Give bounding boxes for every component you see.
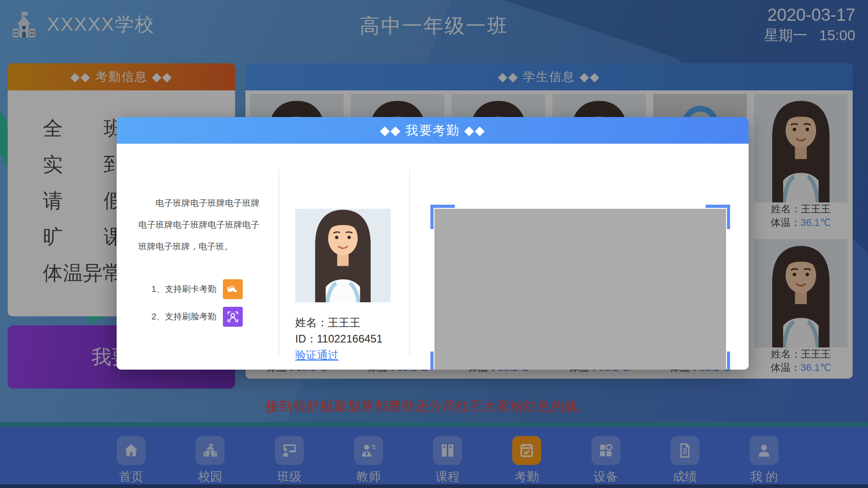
- course-icon: [433, 436, 462, 465]
- class-title: 高中一年级一班: [0, 13, 868, 39]
- teacher-icon: [354, 436, 383, 465]
- nav-bottom-strip: [0, 484, 868, 488]
- nav-label: 考勤: [514, 469, 539, 485]
- option-card-checkin: 1、支持刷卡考勤: [151, 279, 243, 299]
- time: 15:00: [819, 27, 855, 43]
- school-icon: [196, 436, 225, 465]
- camera-corner-bracket: [430, 205, 455, 229]
- bottom-nav: 首页 校园 班级: [0, 427, 868, 488]
- checkin-modal: ◆◆ 我要考勤 ◆◆ 电子班牌电子班牌电子班牌电子班牌电子班牌电子班牌电子班牌电…: [117, 117, 749, 370]
- checkin-button-label: 我要: [8, 344, 131, 371]
- student-temp-line: 体温：36.1℃: [754, 361, 848, 375]
- device-icon: [591, 436, 620, 465]
- nav-label: 教师: [356, 469, 381, 485]
- attendance-row-label: 体温异常: [43, 260, 123, 286]
- attendance-panel-title: ◆◆ 考勤信息 ◆◆: [8, 63, 235, 90]
- students-panel-title: ◆◆ 学生信息 ◆◆: [245, 63, 853, 90]
- nav-item-grades[interactable]: 成绩: [660, 436, 710, 485]
- nav-label: 我 的: [750, 469, 778, 485]
- nav-item-campus[interactable]: 校园: [185, 436, 235, 485]
- top-header: XXXXX学校 高中一年级一班 2020-03-17 星期一15:00: [0, 0, 868, 51]
- nav-item-courses[interactable]: 课程: [423, 436, 472, 485]
- camera-corner-bracket: [706, 205, 730, 229]
- weekday-time: 星期一15:00: [764, 26, 855, 44]
- screen: XXXXX学校 高中一年级一班 2020-03-17 星期一15:00 ◆◆ 考…: [0, 0, 868, 488]
- nav-label: 成绩: [673, 469, 697, 485]
- weekday: 星期一: [764, 27, 807, 43]
- modal-description: 电子班牌电子班牌电子班牌电子班牌电子班牌电子班牌电子班牌电子班牌，电子班。: [138, 192, 259, 258]
- nav-item-attendance[interactable]: 考勤: [502, 436, 552, 485]
- student-temp-line: 体温：36.1℃: [754, 216, 848, 230]
- modal-student-photo: [295, 209, 391, 302]
- student-card[interactable]: 姓名：王王王 体温：36.1℃: [754, 94, 848, 230]
- class-icon: [275, 436, 304, 465]
- checkin-modal-body: 电子班牌电子班牌电子班牌电子班牌电子班牌电子班牌电子班牌电子班牌，电子班。 1、…: [117, 144, 749, 370]
- modal-student-name: 姓名：王王王: [295, 314, 382, 331]
- checkin-modal-title: ◆◆ 我要考勤 ◆◆: [117, 117, 749, 144]
- grades-icon: [670, 436, 699, 465]
- home-icon: [117, 436, 146, 465]
- modal-student-id: ID：11022166451: [295, 331, 382, 347]
- camera-corner-bracket: [430, 352, 455, 370]
- student-card[interactable]: 姓名：王王王 体温：36.1℃: [754, 239, 848, 375]
- nav-label: 课程: [435, 469, 460, 485]
- nav-label: 班级: [277, 469, 302, 485]
- notice-marquee: 接到很舒服聚划算都费劲还分局红石大家粉红色的就。: [266, 398, 591, 416]
- profile-icon: [750, 436, 778, 465]
- nav-item-home[interactable]: 首页: [106, 436, 156, 485]
- datetime: 2020-03-17 星期一15:00: [764, 5, 855, 44]
- option-label: 1、支持刷卡考勤: [151, 283, 223, 295]
- nav-item-profile[interactable]: 我 的: [739, 436, 789, 485]
- modal-student-info: 姓名：王王王 ID：11022166451 验证通过: [295, 314, 382, 363]
- attendance-icon: [512, 436, 541, 465]
- date: 2020-03-17: [764, 5, 855, 26]
- student-photo: [754, 94, 848, 202]
- modal-divider: [278, 169, 279, 356]
- student-name-line: 姓名：王王王: [754, 202, 848, 216]
- nav-item-teachers[interactable]: 教师: [344, 436, 393, 485]
- student-photo: [754, 239, 848, 347]
- modal-divider: [409, 169, 410, 356]
- card-swipe-icon: [223, 279, 243, 299]
- option-face-checkin: 2、支持刷脸考勤: [151, 307, 243, 327]
- student-name-line: 姓名：王王王: [754, 347, 848, 361]
- camera-corner-bracket: [706, 352, 730, 370]
- face-scan-icon: [223, 307, 243, 327]
- verification-status-link[interactable]: 验证通过: [295, 347, 339, 363]
- nav-label: 设备: [594, 469, 618, 485]
- option-label: 2、支持刷脸考勤: [151, 311, 223, 323]
- nav-item-devices[interactable]: 设备: [581, 436, 631, 485]
- nav-label: 校园: [198, 469, 222, 485]
- nav-top-divider: [0, 422, 868, 427]
- nav-item-class[interactable]: 班级: [264, 436, 314, 485]
- camera-preview-area: [434, 209, 726, 370]
- nav-label: 首页: [119, 469, 143, 485]
